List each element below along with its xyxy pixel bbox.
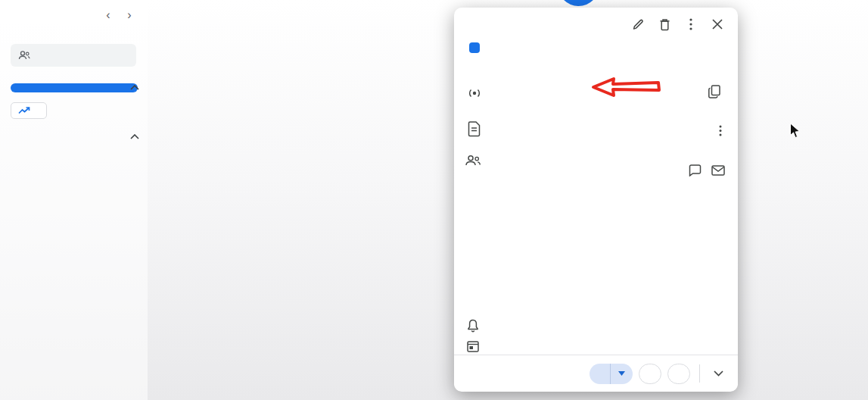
notes-more-options-icon[interactable] xyxy=(711,121,730,139)
event-details-popup xyxy=(454,8,738,392)
event-color-swatch xyxy=(469,42,480,53)
rsvp-yes-button[interactable] xyxy=(590,364,633,384)
close-popup-icon[interactable] xyxy=(708,15,726,33)
rsvp-yes-dropdown-icon[interactable] xyxy=(611,371,633,376)
document-icon xyxy=(468,121,481,137)
copy-link-icon[interactable] xyxy=(705,83,723,101)
rsvp-no-button[interactable] xyxy=(639,364,661,384)
mini-calendar-prev-icon[interactable]: ‹ xyxy=(100,8,117,24)
guests-icon xyxy=(465,155,481,167)
time-insights-collapse-icon[interactable] xyxy=(130,85,139,90)
insights-icon xyxy=(18,106,31,115)
my-calendars-collapse-icon[interactable] xyxy=(130,134,139,139)
mouse-pointer-icon xyxy=(789,123,801,139)
sidebar: ‹ › xyxy=(0,0,148,400)
edit-event-icon[interactable] xyxy=(629,15,647,33)
rsvp-more-options-icon[interactable] xyxy=(709,364,727,383)
people-icon xyxy=(18,50,30,61)
mini-calendar-next-icon[interactable]: › xyxy=(121,8,138,24)
rsvp-maybe-button[interactable] xyxy=(667,364,690,384)
more-insights-button[interactable] xyxy=(11,102,47,119)
footer-divider xyxy=(699,364,700,383)
search-people-input[interactable] xyxy=(11,44,136,67)
notification-bell-icon xyxy=(467,319,479,333)
meeting-hours-bar xyxy=(11,83,138,92)
more-options-icon[interactable] xyxy=(682,15,700,33)
email-guests-icon[interactable] xyxy=(709,161,727,180)
calendar-owner-icon xyxy=(467,340,479,352)
red-left-arrow-annotation xyxy=(590,77,662,99)
chat-guests-icon[interactable] xyxy=(686,161,704,180)
live-stream-icon xyxy=(464,86,485,100)
delete-event-icon[interactable] xyxy=(655,15,674,33)
